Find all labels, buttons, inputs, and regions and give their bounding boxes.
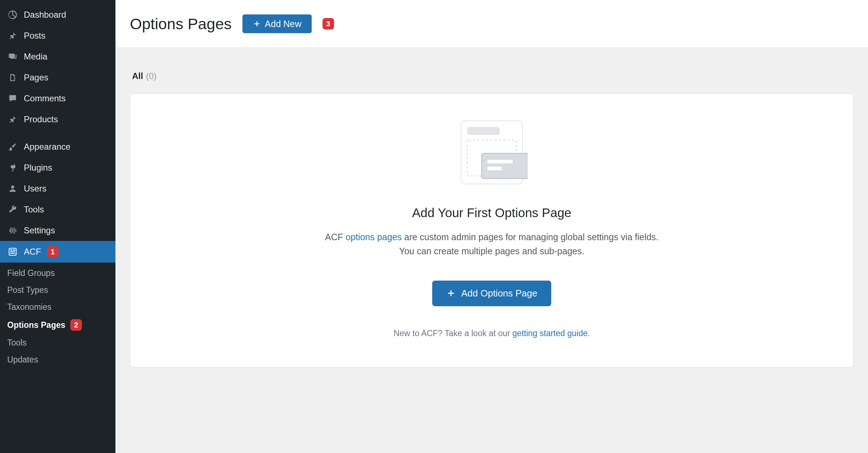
pin-icon <box>7 114 18 125</box>
getting-started-link[interactable]: getting started guide <box>512 329 587 338</box>
brush-icon <box>7 141 18 152</box>
page-title: Options Pages <box>130 15 232 33</box>
plus-icon <box>446 288 456 298</box>
svg-rect-9 <box>467 127 500 135</box>
filter-all[interactable]: All <box>132 71 143 81</box>
svg-rect-4 <box>10 251 15 252</box>
submenu-item-label: Options Pages <box>7 320 65 330</box>
wrench-icon <box>7 204 18 215</box>
add-new-button[interactable]: Add New <box>242 14 311 33</box>
plug-icon <box>7 162 18 173</box>
sidebar-item-users[interactable]: Users <box>0 178 115 199</box>
header-badge: 3 <box>323 18 334 30</box>
sidebar-item-label: Products <box>24 114 58 124</box>
acf-badge: 1 <box>47 246 58 258</box>
sidebar-item-label: Plugins <box>24 163 52 173</box>
svg-rect-2 <box>10 250 12 251</box>
svg-rect-11 <box>482 153 528 179</box>
pin-icon <box>7 30 18 41</box>
sidebar-item-label: Tools <box>24 204 44 215</box>
settings-icon <box>7 225 18 236</box>
media-icon <box>7 51 18 62</box>
sidebar-item-pages[interactable]: Pages <box>0 67 115 88</box>
sidebar-item-label: Comments <box>24 93 66 104</box>
plus-icon <box>253 19 261 28</box>
submenu-item-label: Updates <box>7 355 38 365</box>
svg-point-0 <box>11 185 14 189</box>
sidebar-item-label: Posts <box>24 31 45 41</box>
submenu-item-taxonomies[interactable]: Taxonomies <box>0 299 115 316</box>
svg-rect-13 <box>487 167 502 170</box>
submenu-item-label: Post Types <box>7 285 48 295</box>
user-icon <box>7 183 18 194</box>
add-options-page-button[interactable]: Add Options Page <box>432 281 551 306</box>
sidebar-item-posts[interactable]: Posts <box>0 25 115 46</box>
sidebar-item-comments[interactable]: Comments <box>0 88 115 109</box>
sidebar-item-settings[interactable]: Settings <box>0 220 115 241</box>
page-header: Options Pages Add New 3 <box>115 0 868 48</box>
sidebar-item-label: Dashboard <box>24 10 66 20</box>
sidebar-item-label: Appearance <box>24 142 70 152</box>
sidebar-item-label: ACF <box>24 247 41 257</box>
dashboard-icon <box>7 9 18 20</box>
sidebar-item-label: Pages <box>24 72 48 83</box>
submenu-item-field-groups[interactable]: Field Groups <box>0 265 115 282</box>
sidebar-item-plugins[interactable]: Plugins <box>0 157 115 178</box>
sidebar-item-media[interactable]: Media <box>0 46 115 67</box>
acf-submenu: Field Groups Post Types Taxonomies Optio… <box>0 263 115 370</box>
submenu-item-acf-tools[interactable]: Tools <box>0 334 115 351</box>
submenu-item-post-types[interactable]: Post Types <box>0 282 115 299</box>
svg-rect-12 <box>487 160 513 163</box>
button-label: Add New <box>265 19 301 29</box>
submenu-item-options-pages[interactable]: Options Pages 2 <box>0 316 115 334</box>
page-icon <box>7 72 18 83</box>
main-content: Options Pages Add New 3 All (0) <box>115 0 868 453</box>
submenu-item-updates[interactable]: Updates <box>0 351 115 368</box>
sidebar-item-tools[interactable]: Tools <box>0 199 115 220</box>
sidebar-item-label: Media <box>24 52 47 62</box>
comment-icon <box>7 93 18 104</box>
options-badge: 2 <box>70 319 82 331</box>
submenu-item-label: Taxonomies <box>7 302 52 312</box>
filter-all-count: (0) <box>146 71 157 81</box>
sidebar-item-acf[interactable]: ACF 1 <box>0 241 115 263</box>
admin-sidebar: Dashboard Posts Media Pages Comments <box>0 0 115 453</box>
submenu-item-label: Field Groups <box>7 268 55 278</box>
options-pages-link[interactable]: options pages <box>346 232 402 242</box>
empty-footer: New to ACF? Take a look at our getting s… <box>394 329 590 338</box>
sidebar-item-products[interactable]: Products <box>0 109 115 130</box>
button-label: Add Options Page <box>461 288 537 299</box>
sidebar-item-label: Settings <box>24 225 55 236</box>
svg-rect-3 <box>13 250 15 251</box>
filter-tabs: All (0) <box>130 62 854 93</box>
sidebar-item-label: Users <box>24 184 47 194</box>
empty-title: Add Your First Options Page <box>412 206 571 220</box>
empty-state-card: Add Your First Options Page ACF options … <box>130 93 854 368</box>
empty-illustration <box>456 119 528 188</box>
sidebar-item-dashboard[interactable]: Dashboard <box>0 4 115 25</box>
empty-description: ACF options pages are custom admin pages… <box>319 230 665 258</box>
acf-icon <box>7 246 18 257</box>
sidebar-item-appearance[interactable]: Appearance <box>0 136 115 157</box>
submenu-item-label: Tools <box>7 338 27 348</box>
svg-rect-5 <box>10 253 15 254</box>
